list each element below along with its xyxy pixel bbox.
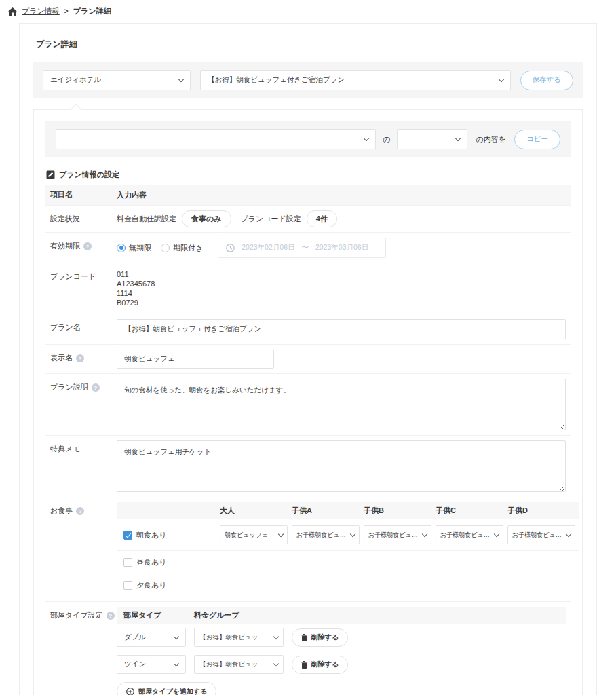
header-item-label: 項目名 — [50, 185, 115, 205]
add-room-type-button[interactable]: 部屋タイプを追加する — [117, 682, 216, 695]
delete-room-type-button[interactable]: 削除する — [292, 656, 348, 674]
room-type-select-2[interactable]: ツイン — [117, 655, 186, 674]
dinner-label: 夕食あり — [136, 580, 167, 590]
delete-room-type-button[interactable]: 削除する — [292, 628, 348, 647]
breadcrumb-link-plan-info[interactable]: プラン情報 — [22, 6, 60, 16]
room-col-type: 部屋タイプ — [117, 610, 194, 620]
chevron-down-icon — [455, 135, 461, 140]
help-icon[interactable]: ? — [76, 354, 84, 362]
radio-selected-icon — [117, 244, 126, 252]
help-icon[interactable]: ? — [107, 612, 115, 620]
help-icon[interactable]: ? — [92, 383, 100, 392]
meal-row-breakfast: 朝食あり 朝食ビュッフェ お子様朝 — [117, 519, 579, 551]
panel-notch — [71, 104, 82, 115]
chevron-down-icon — [174, 633, 179, 639]
help-icon[interactable]: ? — [83, 242, 92, 250]
row-memo: 特典メモ 朝食ビュッフェ用チケット — [45, 436, 571, 497]
breadcrumb-current: プラン詳細 — [73, 6, 111, 16]
date-tilde: 〜 — [301, 243, 309, 252]
copy-button[interactable]: コピー — [514, 130, 560, 149]
plan-code-value: A12345678 — [117, 279, 155, 288]
help-icon[interactable]: ? — [76, 507, 84, 515]
memo-label: 特典メモ — [50, 445, 81, 453]
room-col-rate: 料金グループ — [194, 610, 239, 620]
dinner-checkbox[interactable]: 夕食あり — [123, 580, 220, 590]
breakfast-adult-select[interactable]: 朝食ビュッフェ — [220, 525, 288, 544]
plan-code-setting-label: プランコード設定 — [241, 214, 301, 224]
plan-settings-panel: - の - の内容を コピー プラン情報の設定 項目名 — [33, 109, 583, 695]
date-range-input[interactable]: 2023年02月06日 〜 2023年03月06日 — [218, 238, 386, 258]
room-type-add-row: 部屋タイプを追加する — [117, 678, 566, 695]
chevron-down-icon — [494, 531, 499, 536]
copy-target-select[interactable]: - — [397, 129, 467, 149]
meal-col-child-d: 子供D — [507, 506, 579, 516]
chevron-down-icon — [422, 531, 427, 536]
radio-limited-label: 期限付き — [173, 243, 203, 253]
breakfast-child-c-select[interactable]: お子様朝食ビュッフェ — [436, 525, 503, 544]
breakfast-child-d-select[interactable]: お子様朝食ビュッフェ — [507, 525, 575, 544]
meal-row-dinner: 夕食あり — [117, 574, 579, 597]
trash-icon — [301, 634, 307, 641]
row-status: 設定状況 料金自動仕訳設定 食事のみ プランコード設定 4件 — [45, 206, 571, 233]
plan-detail-page: プラン情報 > プラン詳細 プラン詳細 エイジィホテル 【お得】朝食ビュッフェ付… — [0, 0, 616, 695]
meal-table: 大人 子供A 子供B 子供C 子供D 朝食あり — [117, 502, 579, 597]
delete-button-label: 削除する — [311, 633, 339, 642]
plan-code-value: 1114 — [117, 288, 155, 298]
rate-group-value: 【お得】朝食ビュッフェ — [199, 633, 270, 642]
copy-target-value: - — [404, 135, 407, 143]
breakfast-checkbox[interactable]: 朝食あり — [123, 530, 220, 540]
copy-suffix-label: の内容を — [476, 134, 506, 145]
hotel-select[interactable]: エイジィホテル — [43, 70, 191, 90]
chevron-down-icon — [273, 633, 279, 639]
row-validity: 有効期限 ? 無期限 期限付き — [45, 233, 571, 263]
display-name-input[interactable] — [117, 350, 274, 369]
copy-source-value: - — [63, 135, 66, 143]
plan-code-list: 011 A12345678 1114 B0729 — [117, 268, 155, 309]
meal-col-child-c: 子供C — [436, 506, 507, 516]
description-textarea[interactable]: 旬の食材を使った、朝食をお楽しみいただけます。 — [117, 379, 566, 430]
checkbox-checked-icon — [123, 531, 132, 540]
checkbox-unchecked-icon — [123, 581, 132, 590]
copy-particle-label: の — [383, 134, 390, 145]
breadcrumb: プラン情報 > プラン詳細 — [0, 0, 616, 22]
chevron-down-icon — [178, 76, 184, 81]
radio-limited[interactable]: 期限付き — [161, 243, 203, 253]
breakfast-child-a-select[interactable]: お子様朝食ビュッフェ — [292, 525, 360, 544]
fee-setting-badge: 食事のみ — [182, 210, 231, 227]
room-type-value: ツイン — [124, 660, 146, 669]
room-type-row: ツイン 【お得】朝食ビュッフェ 削除する — [117, 651, 566, 678]
breakfast-child-b-select[interactable]: お子様朝食ビュッフェ — [364, 525, 431, 544]
home-icon[interactable] — [8, 7, 17, 16]
rate-group-select-1[interactable]: 【お得】朝食ビュッフェ — [194, 628, 284, 647]
memo-textarea[interactable]: 朝食ビュッフェ用チケット — [117, 440, 566, 492]
meal-col-child-b: 子供B — [364, 506, 436, 516]
clock-icon — [226, 244, 235, 252]
plan-select[interactable]: 【お得】朝食ビュッフェ付きご宿泊プラン — [200, 70, 511, 90]
lunch-label: 昼食あり — [136, 557, 167, 567]
breakfast-label: 朝食あり — [136, 530, 167, 540]
breakfast-child-a-value: お子様朝食ビュッフェ — [296, 531, 347, 540]
radio-unlimited-label: 無期限 — [129, 243, 151, 253]
row-plan-code: プランコード 011 A12345678 1114 B0729 — [45, 263, 571, 314]
chevron-down-icon — [364, 135, 369, 140]
radio-unlimited[interactable]: 無期限 — [117, 243, 151, 253]
breadcrumb-separator: > — [64, 7, 69, 15]
chevron-down-icon — [278, 531, 284, 536]
table-header-row: 項目名 入力内容 — [45, 185, 571, 206]
chevron-down-icon — [498, 76, 503, 81]
section-header: プラン情報の設定 — [46, 170, 571, 180]
meal-table-header: 大人 子供A 子供B 子供C 子供D — [117, 502, 579, 519]
plus-circle-icon — [126, 688, 134, 695]
room-type-select-1[interactable]: ダブル — [117, 628, 186, 647]
row-plan-name: プラン名 — [45, 314, 571, 345]
plan-name-input[interactable] — [117, 319, 566, 339]
rate-group-select-2[interactable]: 【お得】朝食ビュッフェ — [194, 655, 284, 674]
room-type-value: ダブル — [124, 633, 146, 642]
save-button[interactable]: 保存する — [520, 71, 574, 90]
plan-select-value: 【お得】朝食ビュッフェ付きご宿泊プラン — [208, 75, 345, 85]
chevron-down-icon — [174, 660, 179, 666]
meal-row-lunch: 昼食あり — [117, 551, 579, 574]
fee-setting-label: 料金自動仕訳設定 — [117, 214, 176, 224]
copy-source-select[interactable]: - — [56, 129, 376, 149]
lunch-checkbox[interactable]: 昼食あり — [123, 557, 220, 567]
